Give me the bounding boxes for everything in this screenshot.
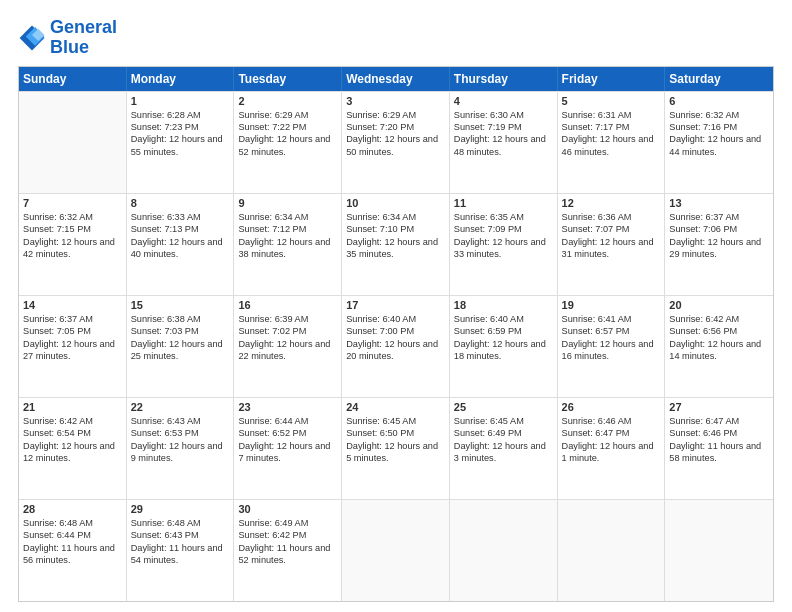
calendar-cell	[450, 500, 558, 601]
calendar-cell: 10Sunrise: 6:34 AMSunset: 7:10 PMDayligh…	[342, 194, 450, 295]
day-info: Sunrise: 6:28 AMSunset: 7:23 PMDaylight:…	[131, 109, 230, 159]
page: GeneralBlue SundayMondayTuesdayWednesday…	[0, 0, 792, 612]
day-info: Sunrise: 6:39 AMSunset: 7:02 PMDaylight:…	[238, 313, 337, 363]
day-info: Sunrise: 6:37 AMSunset: 7:05 PMDaylight:…	[23, 313, 122, 363]
header: GeneralBlue	[18, 18, 774, 58]
calendar-row-1: 1Sunrise: 6:28 AMSunset: 7:23 PMDaylight…	[19, 91, 773, 193]
day-number: 24	[346, 401, 445, 413]
calendar-row-3: 14Sunrise: 6:37 AMSunset: 7:05 PMDayligh…	[19, 295, 773, 397]
day-number: 15	[131, 299, 230, 311]
header-cell-friday: Friday	[558, 67, 666, 91]
logo-line2: Blue	[50, 38, 117, 58]
day-number: 17	[346, 299, 445, 311]
header-cell-thursday: Thursday	[450, 67, 558, 91]
calendar-cell: 7Sunrise: 6:32 AMSunset: 7:15 PMDaylight…	[19, 194, 127, 295]
header-cell-monday: Monday	[127, 67, 235, 91]
day-number: 20	[669, 299, 769, 311]
day-number: 1	[131, 95, 230, 107]
calendar-cell	[342, 500, 450, 601]
day-number: 26	[562, 401, 661, 413]
day-number: 4	[454, 95, 553, 107]
day-number: 28	[23, 503, 122, 515]
logo-line1: General	[50, 18, 117, 38]
day-info: Sunrise: 6:29 AMSunset: 7:20 PMDaylight:…	[346, 109, 445, 159]
logo: GeneralBlue	[18, 18, 117, 58]
calendar-cell: 18Sunrise: 6:40 AMSunset: 6:59 PMDayligh…	[450, 296, 558, 397]
calendar-cell: 12Sunrise: 6:36 AMSunset: 7:07 PMDayligh…	[558, 194, 666, 295]
day-number: 7	[23, 197, 122, 209]
day-info: Sunrise: 6:41 AMSunset: 6:57 PMDaylight:…	[562, 313, 661, 363]
day-info: Sunrise: 6:46 AMSunset: 6:47 PMDaylight:…	[562, 415, 661, 465]
calendar-header: SundayMondayTuesdayWednesdayThursdayFrid…	[19, 67, 773, 91]
day-info: Sunrise: 6:37 AMSunset: 7:06 PMDaylight:…	[669, 211, 769, 261]
day-number: 11	[454, 197, 553, 209]
day-info: Sunrise: 6:36 AMSunset: 7:07 PMDaylight:…	[562, 211, 661, 261]
calendar-cell: 3Sunrise: 6:29 AMSunset: 7:20 PMDaylight…	[342, 92, 450, 193]
logo-text: GeneralBlue	[50, 18, 117, 58]
day-info: Sunrise: 6:30 AMSunset: 7:19 PMDaylight:…	[454, 109, 553, 159]
day-number: 18	[454, 299, 553, 311]
day-info: Sunrise: 6:31 AMSunset: 7:17 PMDaylight:…	[562, 109, 661, 159]
day-info: Sunrise: 6:44 AMSunset: 6:52 PMDaylight:…	[238, 415, 337, 465]
calendar-cell: 21Sunrise: 6:42 AMSunset: 6:54 PMDayligh…	[19, 398, 127, 499]
day-number: 2	[238, 95, 337, 107]
day-number: 12	[562, 197, 661, 209]
calendar-cell: 19Sunrise: 6:41 AMSunset: 6:57 PMDayligh…	[558, 296, 666, 397]
calendar-row-5: 28Sunrise: 6:48 AMSunset: 6:44 PMDayligh…	[19, 499, 773, 601]
calendar-cell: 1Sunrise: 6:28 AMSunset: 7:23 PMDaylight…	[127, 92, 235, 193]
day-number: 6	[669, 95, 769, 107]
day-info: Sunrise: 6:34 AMSunset: 7:12 PMDaylight:…	[238, 211, 337, 261]
day-number: 19	[562, 299, 661, 311]
day-number: 25	[454, 401, 553, 413]
calendar-cell: 4Sunrise: 6:30 AMSunset: 7:19 PMDaylight…	[450, 92, 558, 193]
calendar-cell: 29Sunrise: 6:48 AMSunset: 6:43 PMDayligh…	[127, 500, 235, 601]
calendar-cell: 30Sunrise: 6:49 AMSunset: 6:42 PMDayligh…	[234, 500, 342, 601]
day-number: 10	[346, 197, 445, 209]
calendar-cell	[19, 92, 127, 193]
day-info: Sunrise: 6:40 AMSunset: 6:59 PMDaylight:…	[454, 313, 553, 363]
day-number: 29	[131, 503, 230, 515]
day-number: 21	[23, 401, 122, 413]
day-info: Sunrise: 6:45 AMSunset: 6:49 PMDaylight:…	[454, 415, 553, 465]
calendar-cell: 11Sunrise: 6:35 AMSunset: 7:09 PMDayligh…	[450, 194, 558, 295]
calendar-cell: 8Sunrise: 6:33 AMSunset: 7:13 PMDaylight…	[127, 194, 235, 295]
calendar-cell: 22Sunrise: 6:43 AMSunset: 6:53 PMDayligh…	[127, 398, 235, 499]
calendar-cell: 24Sunrise: 6:45 AMSunset: 6:50 PMDayligh…	[342, 398, 450, 499]
day-info: Sunrise: 6:33 AMSunset: 7:13 PMDaylight:…	[131, 211, 230, 261]
calendar-cell: 27Sunrise: 6:47 AMSunset: 6:46 PMDayligh…	[665, 398, 773, 499]
day-number: 30	[238, 503, 337, 515]
calendar-cell: 16Sunrise: 6:39 AMSunset: 7:02 PMDayligh…	[234, 296, 342, 397]
day-number: 8	[131, 197, 230, 209]
calendar-body: 1Sunrise: 6:28 AMSunset: 7:23 PMDaylight…	[19, 91, 773, 601]
day-info: Sunrise: 6:35 AMSunset: 7:09 PMDaylight:…	[454, 211, 553, 261]
day-info: Sunrise: 6:45 AMSunset: 6:50 PMDaylight:…	[346, 415, 445, 465]
day-number: 23	[238, 401, 337, 413]
day-number: 27	[669, 401, 769, 413]
day-info: Sunrise: 6:47 AMSunset: 6:46 PMDaylight:…	[669, 415, 769, 465]
calendar-cell: 26Sunrise: 6:46 AMSunset: 6:47 PMDayligh…	[558, 398, 666, 499]
calendar-row-4: 21Sunrise: 6:42 AMSunset: 6:54 PMDayligh…	[19, 397, 773, 499]
calendar-cell: 25Sunrise: 6:45 AMSunset: 6:49 PMDayligh…	[450, 398, 558, 499]
logo-icon	[18, 24, 46, 52]
day-info: Sunrise: 6:38 AMSunset: 7:03 PMDaylight:…	[131, 313, 230, 363]
calendar-cell: 13Sunrise: 6:37 AMSunset: 7:06 PMDayligh…	[665, 194, 773, 295]
day-info: Sunrise: 6:40 AMSunset: 7:00 PMDaylight:…	[346, 313, 445, 363]
day-number: 3	[346, 95, 445, 107]
calendar-row-2: 7Sunrise: 6:32 AMSunset: 7:15 PMDaylight…	[19, 193, 773, 295]
day-number: 22	[131, 401, 230, 413]
calendar: SundayMondayTuesdayWednesdayThursdayFrid…	[18, 66, 774, 602]
calendar-cell: 15Sunrise: 6:38 AMSunset: 7:03 PMDayligh…	[127, 296, 235, 397]
day-info: Sunrise: 6:34 AMSunset: 7:10 PMDaylight:…	[346, 211, 445, 261]
day-info: Sunrise: 6:43 AMSunset: 6:53 PMDaylight:…	[131, 415, 230, 465]
day-number: 16	[238, 299, 337, 311]
day-info: Sunrise: 6:49 AMSunset: 6:42 PMDaylight:…	[238, 517, 337, 567]
calendar-cell: 23Sunrise: 6:44 AMSunset: 6:52 PMDayligh…	[234, 398, 342, 499]
day-info: Sunrise: 6:32 AMSunset: 7:15 PMDaylight:…	[23, 211, 122, 261]
calendar-cell: 9Sunrise: 6:34 AMSunset: 7:12 PMDaylight…	[234, 194, 342, 295]
calendar-cell: 5Sunrise: 6:31 AMSunset: 7:17 PMDaylight…	[558, 92, 666, 193]
header-cell-tuesday: Tuesday	[234, 67, 342, 91]
calendar-cell: 17Sunrise: 6:40 AMSunset: 7:00 PMDayligh…	[342, 296, 450, 397]
day-number: 5	[562, 95, 661, 107]
calendar-cell: 2Sunrise: 6:29 AMSunset: 7:22 PMDaylight…	[234, 92, 342, 193]
day-info: Sunrise: 6:32 AMSunset: 7:16 PMDaylight:…	[669, 109, 769, 159]
